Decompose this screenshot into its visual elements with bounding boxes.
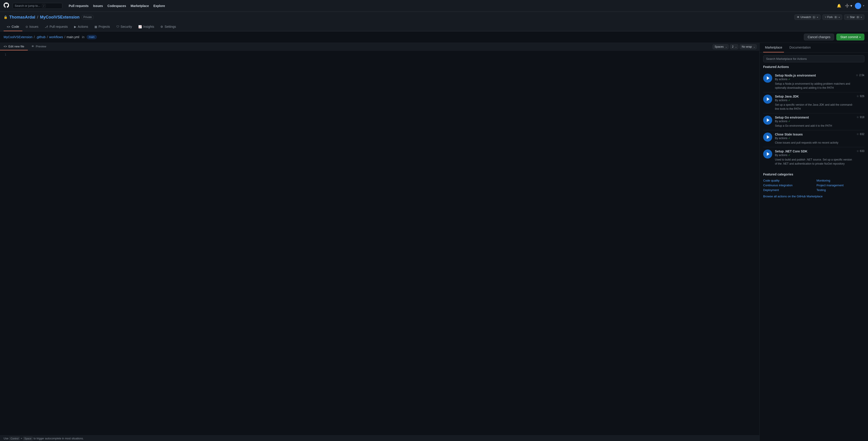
verified-icon-nodejs: ✓ (788, 78, 790, 81)
spaces-select[interactable]: Spaces (713, 44, 728, 49)
issue-icon: ⊙ (26, 25, 28, 28)
verified-icon-dotnet: ✓ (788, 154, 790, 157)
code-content[interactable] (9, 51, 759, 435)
verified-icon-java: ✓ (788, 99, 790, 102)
action-name-go[interactable]: Setup Go environment (775, 116, 854, 119)
marketplace-tab[interactable]: Marketplace (763, 43, 784, 52)
star-button[interactable]: ☆ Star 0 ▾ (844, 14, 864, 20)
action-desc-nodejs: Setup a Node.js environment by adding pr… (775, 82, 853, 90)
action-by-nodejs: By actions ✓ (775, 78, 853, 81)
action-name-stale[interactable]: Close Stale Issues (775, 132, 854, 136)
cancel-changes-button[interactable]: Cancel changes (804, 34, 834, 40)
editor-area: <> Edit new file 👁 Preview Spaces 2 (0, 43, 760, 441)
top-nav: Search or jump to... / Pull requests Iss… (0, 0, 868, 12)
avatar[interactable] (855, 3, 861, 9)
main-content: <> Edit new file 👁 Preview Spaces 2 (0, 43, 868, 441)
editor-tabs: <> Edit new file 👁 Preview (0, 43, 50, 50)
tab-actions[interactable]: ▶ Actions (71, 23, 91, 31)
action-name-dotnet[interactable]: Setup .NET Core SDK (775, 150, 854, 153)
play-icon-dotnet (767, 152, 770, 156)
indent-select-wrap: 2 (730, 44, 738, 49)
github-logo[interactable] (4, 2, 9, 9)
action-desc-go: Setup a Go environment and add it to the… (775, 124, 854, 128)
avatar-dropdown[interactable]: ▾ (863, 4, 864, 7)
chart-icon: 📈 (138, 25, 142, 28)
play-icon-go (767, 118, 770, 122)
preview-tab[interactable]: 👁 Preview (28, 43, 50, 50)
documentation-tab[interactable]: Documentation (787, 43, 812, 52)
tab-issues[interactable]: ⊙ Issues (22, 23, 41, 31)
featured-actions-section: Featured Actions Setup Node.js environme… (760, 65, 868, 170)
indent-select[interactable]: 2 (730, 44, 738, 49)
category-monitoring[interactable]: Monitoring (816, 179, 864, 182)
breadcrumb-workflows-link[interactable]: workflows (49, 35, 63, 39)
projects-icon: ▦ (94, 25, 97, 28)
action-by-java: By actions ✓ (775, 99, 854, 102)
pull-requests-nav-link[interactable]: Pull requests (67, 3, 90, 9)
search-text: Search or jump to... (15, 4, 40, 7)
shield-icon: 🛡 (116, 25, 119, 28)
action-stars-stale: ☆ 832 (857, 132, 864, 136)
action-name-nodejs[interactable]: Setup Node.js environment (775, 74, 853, 77)
tab-pullrequests[interactable]: ⎇ Pull requests (41, 23, 71, 31)
lock-icon: 🔒 (4, 15, 7, 19)
repo-link[interactable]: MyCoolVSExtension (40, 15, 80, 20)
breadcrumb-repo-link[interactable]: MyCoolVSExtension (4, 35, 33, 39)
tab-insights[interactable]: 📈 Insights (135, 23, 157, 31)
featured-categories-title: Featured categories (763, 172, 864, 176)
tab-settings[interactable]: ⚙ Settings (157, 23, 179, 31)
action-info-java: Setup Java JDK By actions ✓ Set up a spe… (775, 95, 854, 111)
marketplace-sidebar: Marketplace Documentation Featured Actio… (760, 43, 868, 441)
new-plus-button[interactable]: ➕ ▾ (844, 3, 853, 9)
action-name-java[interactable]: Setup Java JDK (775, 95, 854, 98)
category-project-mgmt[interactable]: Project management (816, 184, 864, 187)
category-testing[interactable]: Testing (816, 188, 864, 192)
codespaces-nav-link[interactable]: Codespaces (106, 3, 128, 9)
category-code-quality[interactable]: Code quality (763, 179, 811, 182)
action-info-nodejs: Setup Node.js environment By actions ✓ S… (775, 74, 853, 90)
action-stars-dotnet: ☆ 633 (857, 150, 864, 153)
star-icon-go: ☆ (857, 116, 859, 119)
issues-nav-link[interactable]: Issues (91, 3, 105, 9)
wrap-select[interactable]: No wrap (740, 44, 756, 49)
unwatch-button[interactable]: 👁 Unwatch 1 ▾ (794, 14, 820, 20)
private-badge: Private (81, 15, 94, 20)
marketplace-nav-link[interactable]: Marketplace (129, 3, 151, 9)
control-key: Control (9, 437, 20, 440)
repo-tabs: <> Code ⊙ Issues ⎇ Pull requests ▶ Actio… (4, 23, 864, 31)
explore-nav-link[interactable]: Explore (152, 3, 167, 9)
line-numbers: 1 (0, 51, 9, 435)
breadcrumb-filename: main.yml (67, 35, 79, 39)
start-commit-button[interactable]: Start commit ▾ (836, 34, 864, 40)
space-key: Space (23, 437, 33, 440)
action-info-stale: Close Stale Issues By actions ✓ Close is… (775, 132, 854, 145)
tab-security[interactable]: 🛡 Security (113, 23, 135, 31)
star-icon-stale: ☆ (857, 132, 859, 136)
editor-toolbar: <> Edit new file 👁 Preview Spaces 2 (0, 43, 759, 51)
search-bar[interactable]: Search or jump to... / (13, 3, 62, 9)
browse-all-link[interactable]: Browse all actions on the GitHub Marketp… (763, 195, 823, 198)
category-deployment[interactable]: Deployment (763, 188, 811, 192)
owner-link[interactable]: ThomasArdal (9, 15, 35, 20)
play-icon-stale (767, 135, 770, 139)
breadcrumb-github-link[interactable]: .github (36, 35, 45, 39)
edit-new-file-tab[interactable]: <> Edit new file (0, 43, 28, 50)
action-icon-nodejs (763, 74, 772, 83)
repo-title-row: 🔒 ThomasArdal / MyCoolVSExtension Privat… (4, 14, 864, 20)
category-ci[interactable]: Continuous integration (763, 184, 811, 187)
action-desc-dotnet: Used to build and publish .NET source. S… (775, 158, 854, 166)
tab-projects[interactable]: ▦ Projects (91, 23, 113, 31)
preview-eye-icon: 👁 (31, 45, 34, 48)
breadcrumb-sep2: / (47, 35, 48, 39)
actions-icon: ▶ (74, 25, 76, 28)
notifications-button[interactable]: 🔔 (836, 3, 842, 9)
separator: / (37, 15, 38, 20)
action-item-dotnet: Setup .NET Core SDK By actions ✓ Used to… (763, 147, 864, 168)
action-icon-go (763, 116, 772, 125)
tab-code[interactable]: <> Code (4, 23, 22, 31)
start-commit-dropdown-arrow: ▾ (860, 36, 861, 38)
marketplace-search-input[interactable] (763, 55, 864, 62)
fork-button[interactable]: ⑂ Fork 0 ▾ (823, 14, 842, 20)
star-icon: ☆ (856, 74, 858, 77)
action-desc-stale: Close issues and pull requests with no r… (775, 141, 854, 145)
